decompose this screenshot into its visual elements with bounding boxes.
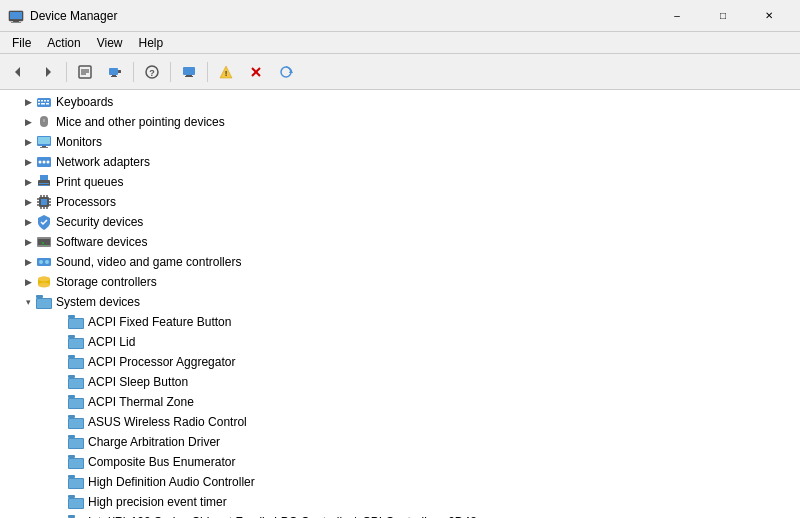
tree-item-mice[interactable]: ▶ Mice and other pointing devices xyxy=(0,112,800,132)
back-button[interactable] xyxy=(4,58,32,86)
svg-rect-46 xyxy=(39,185,49,186)
toggle-storage[interactable]: ▶ xyxy=(20,274,36,290)
acpi4-icon xyxy=(68,374,84,390)
warning-device-button[interactable]: ! xyxy=(212,58,240,86)
toggle-processors[interactable]: ▶ xyxy=(20,194,36,210)
close-button[interactable]: ✕ xyxy=(746,0,792,32)
svg-rect-32 xyxy=(46,103,49,105)
charge-icon xyxy=(68,434,84,450)
label-sysdevices: System devices xyxy=(56,295,140,309)
svg-rect-36 xyxy=(38,137,50,144)
minimize-button[interactable]: – xyxy=(654,0,700,32)
label-acpi3: ACPI Processor Aggregator xyxy=(88,355,235,369)
tree-item-sound[interactable]: ▶ Sound, video and game controllers xyxy=(0,252,800,272)
menu-action[interactable]: Action xyxy=(39,32,88,54)
toggle-acpi4 xyxy=(52,374,68,390)
toggle-sound[interactable]: ▶ xyxy=(20,254,36,270)
toggle-monitors[interactable]: ▶ xyxy=(20,134,36,150)
printer-icon xyxy=(36,174,52,190)
tree-item-acpi5[interactable]: ACPI Thermal Zone xyxy=(0,392,800,412)
tree-item-keyboards[interactable]: ▶ Keyboards xyxy=(0,92,800,112)
toggle-hdaudio xyxy=(52,474,68,490)
toggle-network[interactable]: ▶ xyxy=(20,154,36,170)
svg-text:!: ! xyxy=(225,69,228,78)
svg-rect-27 xyxy=(41,100,43,102)
tree-item-intel1[interactable]: Intel(R) 100 Series Chipset Family LPC C… xyxy=(0,512,800,518)
menu-view[interactable]: View xyxy=(89,32,131,54)
toggle-sysdevices[interactable]: ▾ xyxy=(20,294,36,310)
tree-item-composite[interactable]: Composite Bus Enumerator xyxy=(0,452,800,472)
svg-point-65 xyxy=(39,260,43,264)
hdaudio-icon xyxy=(68,474,84,490)
tree-item-acpi3[interactable]: ACPI Processor Aggregator xyxy=(0,352,800,372)
toolbar-separator-2 xyxy=(133,62,134,82)
svg-rect-75 xyxy=(68,315,75,318)
acpi3-icon xyxy=(68,354,84,370)
forward-button[interactable] xyxy=(34,58,62,86)
toggle-asus xyxy=(52,414,68,430)
menu-file[interactable]: File xyxy=(4,32,39,54)
svg-rect-85 xyxy=(69,379,83,388)
hpet-icon xyxy=(68,494,84,510)
tree-item-print[interactable]: ▶ Print queues xyxy=(0,172,800,192)
menu-help[interactable]: Help xyxy=(131,32,172,54)
properties-button[interactable] xyxy=(71,58,99,86)
tree-item-monitors[interactable]: ▶ Monitors xyxy=(0,132,800,152)
label-acpi4: ACPI Sleep Button xyxy=(88,375,188,389)
tree-item-asus[interactable]: ASUS Wireless Radio Control xyxy=(0,412,800,432)
sysfolder-icon xyxy=(36,294,52,310)
tree-item-hdaudio[interactable]: High Definition Audio Controller xyxy=(0,472,800,492)
device-tree[interactable]: ▶ Keyboards ▶ Mice and other pointing de… xyxy=(0,90,800,518)
toggle-mice[interactable]: ▶ xyxy=(20,114,36,130)
tree-item-network[interactable]: ▶ Network adapters xyxy=(0,152,800,172)
svg-point-41 xyxy=(43,161,46,164)
label-print: Print queues xyxy=(56,175,123,189)
acpi2-icon xyxy=(68,334,84,350)
toggle-security[interactable]: ▶ xyxy=(20,214,36,230)
app-icon xyxy=(8,8,24,24)
toggle-software[interactable]: ▶ xyxy=(20,234,36,250)
tree-item-hpet[interactable]: High precision event timer xyxy=(0,492,800,512)
tree-item-storage[interactable]: ▶ Storage controllers xyxy=(0,272,800,292)
svg-rect-44 xyxy=(40,175,48,180)
label-sound: Sound, video and game controllers xyxy=(56,255,241,269)
refresh-button[interactable] xyxy=(272,58,300,86)
menu-bar: File Action View Help xyxy=(0,32,800,54)
label-processors: Processors xyxy=(56,195,116,209)
tree-item-software[interactable]: ▶ >_ Software devices xyxy=(0,232,800,252)
svg-rect-79 xyxy=(69,339,83,348)
label-asus: ASUS Wireless Radio Control xyxy=(88,415,247,429)
toggle-print[interactable]: ▶ xyxy=(20,174,36,190)
svg-point-42 xyxy=(47,161,50,164)
monitor-button[interactable] xyxy=(175,58,203,86)
tree-item-acpi4[interactable]: ACPI Sleep Button xyxy=(0,372,800,392)
toggle-acpi1 xyxy=(52,314,68,330)
svg-rect-29 xyxy=(47,100,49,102)
tree-item-acpi1[interactable]: ACPI Fixed Feature Button xyxy=(0,312,800,332)
svg-rect-93 xyxy=(68,435,75,438)
toggle-acpi5 xyxy=(52,394,68,410)
toggle-acpi2 xyxy=(52,334,68,350)
tree-item-acpi2[interactable]: ACPI Lid xyxy=(0,332,800,352)
label-acpi1: ACPI Fixed Feature Button xyxy=(88,315,231,329)
svg-rect-13 xyxy=(111,76,117,77)
label-acpi2: ACPI Lid xyxy=(88,335,135,349)
scan-button[interactable] xyxy=(101,58,129,86)
maximize-button[interactable]: □ xyxy=(700,0,746,32)
tree-item-security[interactable]: ▶ Security devices xyxy=(0,212,800,232)
toggle-intel1 xyxy=(52,514,68,518)
acpi5-icon xyxy=(68,394,84,410)
svg-rect-17 xyxy=(186,75,192,76)
toggle-composite xyxy=(52,454,68,470)
toolbar: ? ! xyxy=(0,54,800,90)
tree-item-charge[interactable]: Charge Arbitration Driver xyxy=(0,432,800,452)
svg-rect-72 xyxy=(36,295,43,298)
toggle-keyboards[interactable]: ▶ xyxy=(20,94,36,110)
svg-rect-103 xyxy=(69,499,83,508)
monitor-icon xyxy=(36,134,52,150)
tree-item-sysdevices[interactable]: ▾ System devices xyxy=(0,292,800,312)
tree-item-processors[interactable]: ▶ Processors xyxy=(0,192,800,212)
label-composite: Composite Bus Enumerator xyxy=(88,455,235,469)
help-button[interactable]: ? xyxy=(138,58,166,86)
uninstall-button[interactable] xyxy=(242,58,270,86)
